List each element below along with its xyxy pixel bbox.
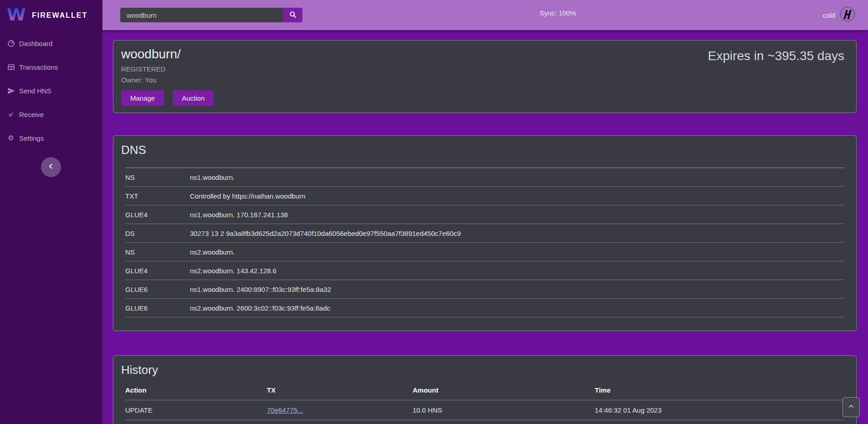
dns-record-row: NS ns1.woodburn. xyxy=(125,168,844,187)
sidebar-item-label: Settings xyxy=(19,134,44,142)
dns-record-row: DS 30273 13 2 9a3a8fb3d625d2a2073d740f10… xyxy=(125,224,844,243)
sidebar-nav: Dashboard Transactions Send HNS xyxy=(0,39,102,143)
history-row: RENEW d7b04f5... 10.0 HNS 15:47:36 07 Fe… xyxy=(125,420,844,424)
domain-owner: Owner: You xyxy=(121,76,845,84)
domain-card: woodburn/ REGISTERED Owner: You Manage A… xyxy=(113,40,857,113)
dns-record-value: ns1.woodburn. 2400:8907::f03c:93ff:fe5a:… xyxy=(190,286,844,293)
chevron-left-icon xyxy=(47,162,55,172)
wallet-name: cold xyxy=(822,11,835,19)
dns-title: DNS xyxy=(121,143,844,157)
app-screen: W FIREWALLET Dashboard T xyxy=(0,0,868,424)
dashboard-gauge-icon xyxy=(7,39,15,47)
dns-record-row: GLUE4 ns2.woodburn. 143.42.128.6 xyxy=(125,261,844,280)
scroll-to-top-button[interactable] xyxy=(842,397,860,417)
dns-record-row: GLUE6 ns1.woodburn. 2400:8907::f03c:93ff… xyxy=(125,280,844,299)
domain-expiry: Expires in ~395.35 days xyxy=(708,49,844,63)
dns-record-type: TXT xyxy=(125,192,190,200)
receive-arrow-icon xyxy=(7,110,15,118)
brand-name: FIREWALLET xyxy=(32,11,87,20)
column-header-action: Action xyxy=(125,386,267,394)
dns-record-row: GLUE6 ns2.woodburn. 2600:3c02::f03c:93ff… xyxy=(125,299,844,317)
dns-record-row: GLUE4 ns1.woodburn. 170.187.241.138 xyxy=(125,205,844,224)
dns-table: NS ns1.woodburn. TXT Controlled by https… xyxy=(125,168,844,317)
search-button[interactable] xyxy=(283,8,302,22)
dns-record-type: GLUE4 xyxy=(125,267,190,275)
history-time: 14:46:32 01 Aug 2023 xyxy=(595,406,844,414)
dns-record-value: ns2.woodburn. xyxy=(190,248,844,256)
main-content: woodburn/ REGISTERED Owner: You Manage A… xyxy=(102,30,868,424)
history-table-header: Action TX Amount Time xyxy=(125,380,844,400)
sidebar: W FIREWALLET Dashboard T xyxy=(0,0,102,424)
history-amount: 10.0 HNS xyxy=(413,406,595,414)
domain-status: REGISTERED xyxy=(121,65,845,73)
brand-logo: W FIREWALLET xyxy=(0,0,102,31)
manage-button[interactable]: Manage xyxy=(121,90,164,106)
dns-card: DNS NS ns1.woodburn. TXT Controlled by h… xyxy=(113,135,857,331)
dns-record-value: Controlled by https://nathan.woodburn xyxy=(190,192,844,200)
tx-link[interactable]: 70e64775... xyxy=(267,406,303,414)
topbar: Sync: 100% cold xyxy=(102,0,868,30)
dns-record-row: TXT Controlled by https://nathan.woodbur… xyxy=(125,187,844,205)
sidebar-item-label: Dashboard xyxy=(19,40,52,47)
history-table: Action TX Amount Time UPDATE 70e64775...… xyxy=(125,380,844,424)
dns-record-type: GLUE6 xyxy=(125,304,190,312)
send-plane-icon xyxy=(7,87,15,95)
sidebar-item-label: Transactions xyxy=(19,63,58,71)
dns-record-type: NS xyxy=(125,174,190,181)
dns-record-value: ns2.woodburn. 143.42.128.6 xyxy=(190,267,844,275)
dns-record-row: NS ns2.woodburn. xyxy=(125,243,844,261)
history-card: History Action TX Amount Time UPDATE 70e… xyxy=(113,355,857,424)
sidebar-item-label: Receive xyxy=(19,111,44,118)
sidebar-item-label: Send HNS xyxy=(19,87,51,95)
wallet-selector[interactable]: cold xyxy=(822,0,855,30)
dns-record-type: GLUE6 xyxy=(125,286,190,293)
column-header-tx: TX xyxy=(267,386,413,394)
sidebar-collapse-button[interactable] xyxy=(41,157,61,177)
sidebar-item-transactions[interactable]: Transactions xyxy=(0,62,102,72)
column-header-amount: Amount xyxy=(413,386,595,394)
sidebar-item-send-hns[interactable]: Send HNS xyxy=(0,86,102,95)
dns-record-value: ns1.woodburn. 170.187.241.138 xyxy=(190,211,844,219)
search-input[interactable] xyxy=(120,8,283,22)
sidebar-item-dashboard[interactable]: Dashboard xyxy=(0,39,102,48)
transactions-table-icon xyxy=(7,63,15,71)
column-header-time: Time xyxy=(595,386,844,394)
firewallet-logo-icon: W xyxy=(6,4,26,27)
dns-record-type: NS xyxy=(125,248,190,256)
search-icon xyxy=(289,10,297,20)
sidebar-item-receive[interactable]: Receive xyxy=(0,110,102,119)
svg-text:W: W xyxy=(7,5,26,25)
dns-record-type: GLUE4 xyxy=(125,211,190,219)
sync-status: Sync: 100% xyxy=(540,9,576,17)
history-action: UPDATE xyxy=(125,406,267,414)
sidebar-item-settings[interactable]: ⚙ Settings xyxy=(0,133,102,143)
dns-record-value: 30273 13 2 9a3a8fb3d625d2a2073d740f10da6… xyxy=(190,230,844,237)
dns-record-type: DS xyxy=(125,230,190,237)
dns-record-value: ns1.woodburn. xyxy=(190,174,844,181)
search-bar xyxy=(120,8,302,22)
domain-actions: Manage Auction xyxy=(121,90,845,106)
dns-record-value: ns2.woodburn. 2600:3c02::f03c:93ff:fe5a:… xyxy=(190,304,844,312)
history-title: History xyxy=(121,363,844,377)
auction-button[interactable]: Auction xyxy=(173,90,214,106)
chevron-up-icon xyxy=(848,403,855,412)
history-row: UPDATE 70e64775... 10.0 HNS 14:46:32 01 … xyxy=(125,400,844,420)
settings-gear-icon: ⚙ xyxy=(7,134,15,142)
handshake-logo-icon xyxy=(840,6,855,24)
